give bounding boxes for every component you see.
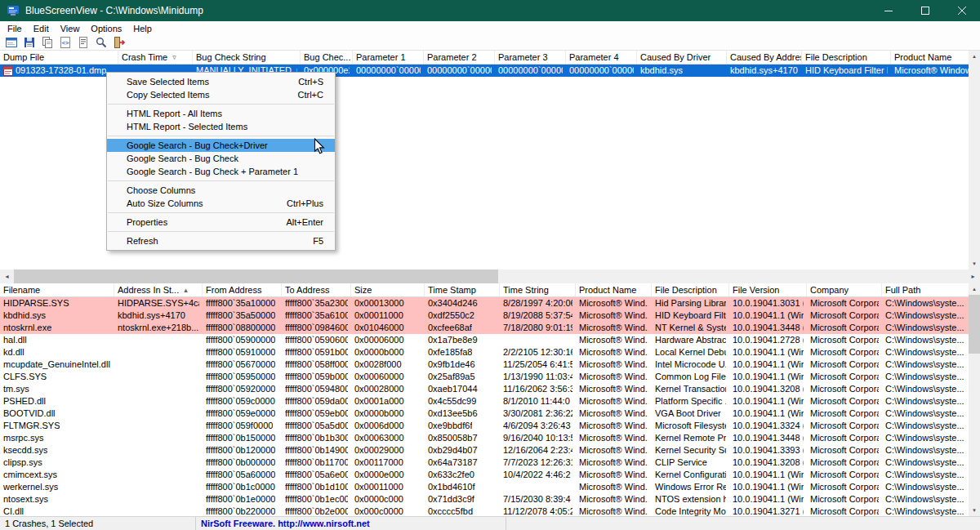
table-row[interactable]: mcupdate_GenuineIntel.dllfffff800`056700…: [0, 359, 980, 371]
column-label: File Description: [805, 52, 867, 62]
column-header-dump-file[interactable]: Dump File: [0, 51, 118, 64]
table-cell: CLIP Service: [652, 457, 729, 469]
scroll-up-arrow-icon[interactable]: ▴: [969, 51, 980, 62]
column-header-product-name[interactable]: Product Name: [891, 51, 980, 64]
column-header-bug-check-string[interactable]: Bug Check String: [193, 51, 301, 64]
menu-view[interactable]: View: [55, 23, 86, 34]
context-menu-item-html-report-all-items[interactable]: HTML Report - All Items: [107, 107, 335, 120]
scroll-up-arrow-icon[interactable]: ▴: [969, 283, 980, 295]
column-header-parameter-2[interactable]: Parameter 2: [424, 51, 495, 64]
column-header-parameter-3[interactable]: Parameter 3: [495, 51, 566, 64]
sort-indicator-icon: ▴: [184, 286, 188, 294]
column-header-file-description[interactable]: File Description: [652, 283, 729, 296]
scroll-down-arrow-icon[interactable]: ▾: [969, 258, 980, 269]
table-row[interactable]: BOOTVID.dllfffff800`059e0000fffff800`059…: [0, 408, 980, 420]
table-cell: fffff800`0b2e0000: [282, 506, 351, 516]
shortcut-label: Ctrl+S: [298, 77, 323, 87]
table-row[interactable]: kbdhid.syskbdhid.sys+4170fffff800`35a500…: [0, 310, 980, 322]
scroll-down-arrow-icon[interactable]: ▾: [969, 505, 980, 516]
table-row[interactable]: HIDPARSE.SYSHIDPARSE.SYS+4cadfffff800`35…: [0, 297, 980, 310]
toolbar-html-report-button[interactable]: <>: [57, 36, 74, 50]
context-menu-item-auto-size-columns[interactable]: Auto Size ColumnsCtrl+Plus: [107, 197, 335, 210]
column-header-crash-time[interactable]: Crash Time▿: [118, 51, 193, 64]
maximize-button[interactable]: [906, 0, 943, 21]
toolbar-save-button[interactable]: [21, 36, 38, 50]
menu-item-label: Copy Selected Items: [127, 90, 210, 100]
horizontal-scrollbar-thumb[interactable]: [14, 269, 498, 283]
close-button[interactable]: [943, 0, 980, 21]
table-row[interactable]: cmimcext.sysfffff800`05a60000fffff800`05…: [0, 469, 980, 481]
column-header-from-address[interactable]: From Address: [203, 283, 282, 296]
column-header-to-address[interactable]: To Address: [282, 283, 351, 296]
toolbar-find-button[interactable]: [93, 36, 109, 50]
save-icon: [23, 36, 36, 49]
table-row[interactable]: kd.dllfffff800`05910000fffff800`0591b000…: [0, 346, 980, 359]
table-row[interactable]: msrpc.sysfffff800`0b150000fffff800`0b1b3…: [0, 432, 980, 444]
table-row[interactable]: PSHED.dllfffff800`059c0000fffff800`059da…: [0, 395, 980, 408]
driver-list-body: HIDPARSE.SYSHIDPARSE.SYS+4cadfffff800`35…: [0, 297, 980, 516]
context-menu-item-properties[interactable]: PropertiesAlt+Enter: [107, 216, 335, 229]
column-header-time-string[interactable]: Time String: [500, 283, 576, 296]
table-cell: Microsoft Corpora...: [807, 506, 882, 516]
column-header-product-name[interactable]: Product Name: [576, 283, 652, 296]
title-bar: BlueScreenView - C:\Windows\Minidump: [0, 0, 980, 21]
context-menu-item-google-search-bug-check[interactable]: Google Search - Bug Check: [107, 152, 335, 165]
exit-icon: [113, 36, 126, 49]
column-header-address-in-st[interactable]: Address In St...▴: [114, 283, 203, 296]
scroll-right-arrow-icon[interactable]: ▸: [966, 269, 980, 283]
table-row[interactable]: CI.dllfffff800`0b220000fffff800`0b2e0000…: [0, 506, 980, 516]
menu-file[interactable]: File: [2, 23, 28, 34]
context-menu-item-google-search-bug-check-driver[interactable]: Google Search - Bug Check+Driver: [107, 139, 335, 152]
column-header-parameter-4[interactable]: Parameter 4: [566, 51, 637, 64]
context-menu-item-copy-selected-items[interactable]: Copy Selected ItemsCtrl+C: [107, 88, 335, 101]
driver-list-vertical-scrollbar[interactable]: ▴ ▾: [969, 283, 980, 516]
column-header-parameter-1[interactable]: Parameter 1: [353, 51, 424, 64]
table-row[interactable]: ntoskrnl.exentoskrnl.exe+218b...fffff800…: [0, 322, 980, 334]
column-header-file-version[interactable]: File Version: [729, 283, 807, 296]
column-header-full-path[interactable]: Full Path: [882, 283, 980, 296]
table-cell: BOOTVID.dll: [0, 408, 114, 420]
table-row[interactable]: FLTMGR.SYSfffff800`059f0000fffff800`05a5…: [0, 420, 980, 432]
vertical-scrollbar-thumb[interactable]: [969, 295, 980, 354]
toolbar-copy-button[interactable]: [39, 36, 56, 50]
table-row[interactable]: ksecdd.sysfffff800`0b120000fffff800`0b14…: [0, 444, 980, 457]
table-row[interactable]: ntosext.sysfffff800`0b1e0000fffff800`0b1…: [0, 493, 980, 506]
context-menu-item-google-search-bug-check-parameter-1[interactable]: Google Search - Bug Check + Parameter 1: [107, 165, 335, 178]
context-menu-item-save-selected-items[interactable]: Save Selected ItemsCtrl+S: [107, 75, 335, 88]
column-header-file-description[interactable]: File Description: [802, 51, 891, 64]
column-header-caused-by-address[interactable]: Caused By Address: [727, 51, 802, 64]
column-header-caused-by-driver[interactable]: Caused By Driver: [637, 51, 727, 64]
table-cell: fffff800`05948000: [282, 383, 351, 395]
toolbar-exit-button[interactable]: [111, 36, 127, 50]
context-menu-item-html-report-selected-items[interactable]: HTML Report - Selected Items: [107, 120, 335, 133]
table-row[interactable]: hal.dllfffff800`05900000fffff800`0590600…: [0, 334, 980, 346]
minimize-button[interactable]: [870, 0, 906, 21]
context-menu-item-refresh[interactable]: RefreshF5: [107, 234, 335, 247]
table-cell: 7/15/2030 8:39:4 ...: [500, 493, 576, 506]
table-cell: 10.0.19041.3208 (W...: [729, 383, 807, 395]
column-header-size[interactable]: Size: [351, 283, 425, 296]
table-row[interactable]: clipsp.sysfffff800`0b000000fffff800`0b11…: [0, 457, 980, 469]
menu-edit[interactable]: Edit: [28, 23, 55, 34]
toolbar-properties-button[interactable]: [75, 36, 91, 50]
table-row[interactable]: werkernel.sysfffff800`0b1c0000fffff800`0…: [0, 481, 980, 493]
column-header-filename[interactable]: Filename: [0, 283, 114, 296]
table-row[interactable]: CLFS.SYSfffff800`05950000fffff800`059b00…: [0, 371, 980, 383]
column-header-bug-chec[interactable]: Bug Chec...: [301, 51, 353, 64]
table-cell: 00000000`000000...: [495, 65, 566, 77]
context-menu-item-choose-columns[interactable]: Choose Columns: [107, 184, 335, 197]
menu-options[interactable]: Options: [85, 23, 127, 34]
scroll-left-arrow-icon[interactable]: ◂: [0, 269, 14, 283]
nirsoft-freeware-link[interactable]: NirSoft Freeware. http://www.nirsoft.net: [201, 519, 370, 528]
column-label: Full Path: [885, 285, 920, 295]
status-crash-count: 1 Crashes, 1 Selected: [0, 517, 196, 530]
horizontal-scrollbar[interactable]: ◂ ▸: [0, 269, 980, 283]
toolbar-report-button[interactable]: [3, 36, 20, 50]
crash-list-vertical-scrollbar[interactable]: ▴ ▾: [969, 51, 980, 269]
table-cell: 10/4/2022 4:46:2 ...: [500, 469, 576, 481]
menu-help[interactable]: Help: [127, 23, 158, 34]
table-row[interactable]: tm.sysfffff800`05920000fffff800`05948000…: [0, 383, 980, 395]
shortcut-label: Ctrl+Plus: [287, 198, 323, 208]
column-header-time-stamp[interactable]: Time Stamp: [425, 283, 500, 296]
column-header-company[interactable]: Company: [807, 283, 882, 296]
